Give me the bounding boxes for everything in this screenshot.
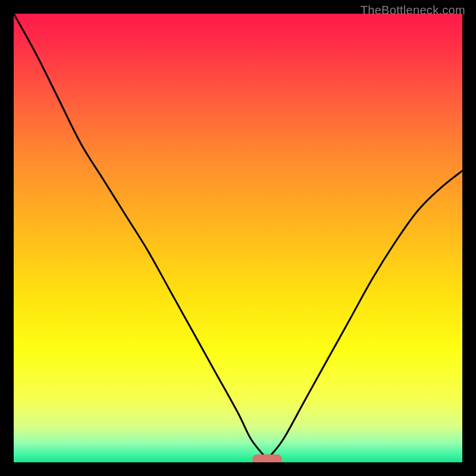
watermark-text: TheBottleneck.com xyxy=(361,4,465,17)
chart-svg xyxy=(14,14,462,462)
chart-background-gradient xyxy=(14,14,462,462)
bottleneck-chart xyxy=(14,14,462,462)
bottleneck-marker xyxy=(252,455,282,462)
